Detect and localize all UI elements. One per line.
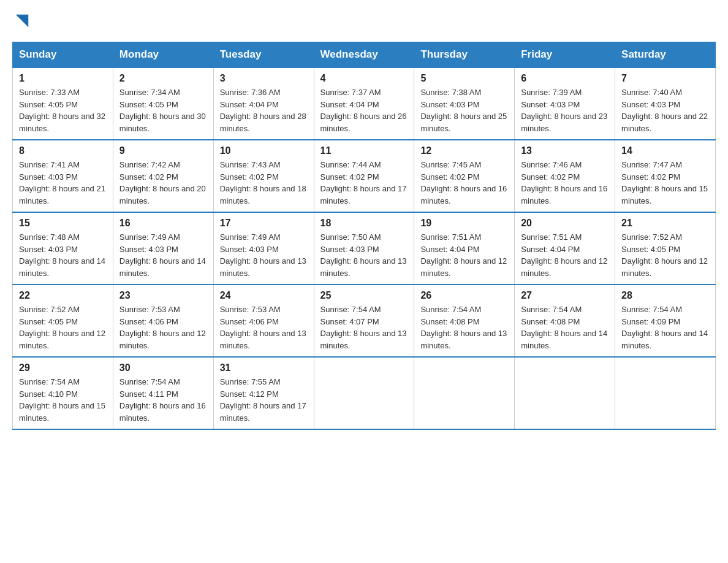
day-number: 3: [220, 73, 308, 84]
day-number: 6: [521, 73, 609, 84]
day-of-week-header: Thursday: [414, 42, 515, 68]
day-number: 22: [19, 290, 107, 301]
day-info: Sunrise: 7:53 AM Sunset: 4:06 PM Dayligh…: [220, 304, 308, 351]
day-info: Sunrise: 7:53 AM Sunset: 4:06 PM Dayligh…: [119, 304, 207, 351]
day-number: 16: [119, 218, 207, 229]
calendar-day-cell: [314, 357, 414, 429]
day-info: Sunrise: 7:54 AM Sunset: 4:11 PM Dayligh…: [119, 376, 207, 424]
calendar-day-cell: 29 Sunrise: 7:54 AM Sunset: 4:10 PM Dayl…: [13, 357, 113, 429]
day-number: 15: [19, 218, 107, 229]
day-info: Sunrise: 7:48 AM Sunset: 4:03 PM Dayligh…: [19, 231, 107, 279]
day-number: 10: [220, 145, 308, 156]
calendar-week-row: 22 Sunrise: 7:52 AM Sunset: 4:05 PM Dayl…: [13, 285, 716, 357]
day-number: 21: [621, 218, 709, 229]
day-info: Sunrise: 7:54 AM Sunset: 4:08 PM Dayligh…: [521, 304, 609, 351]
day-info: Sunrise: 7:50 AM Sunset: 4:03 PM Dayligh…: [320, 231, 408, 279]
day-info: Sunrise: 7:38 AM Sunset: 4:03 PM Dayligh…: [420, 86, 508, 134]
calendar-day-cell: 3 Sunrise: 7:36 AM Sunset: 4:04 PM Dayli…: [213, 67, 314, 140]
day-number: 25: [320, 290, 408, 301]
day-number: 12: [420, 145, 508, 156]
day-number: 17: [220, 218, 308, 229]
day-info: Sunrise: 7:41 AM Sunset: 4:03 PM Dayligh…: [19, 159, 107, 207]
day-of-week-header: Wednesday: [314, 42, 414, 68]
day-info: Sunrise: 7:39 AM Sunset: 4:03 PM Dayligh…: [521, 86, 609, 134]
day-number: 2: [119, 73, 207, 84]
calendar-day-cell: 23 Sunrise: 7:53 AM Sunset: 4:06 PM Dayl…: [113, 285, 213, 357]
calendar-day-cell: 13 Sunrise: 7:46 AM Sunset: 4:02 PM Dayl…: [515, 140, 615, 212]
day-number: 4: [320, 73, 408, 84]
calendar-table: SundayMondayTuesdayWednesdayThursdayFrid…: [12, 42, 716, 430]
calendar-day-cell: 6 Sunrise: 7:39 AM Sunset: 4:03 PM Dayli…: [515, 67, 615, 140]
day-number: 29: [19, 362, 107, 373]
calendar-day-cell: 31 Sunrise: 7:55 AM Sunset: 4:12 PM Dayl…: [213, 357, 314, 429]
calendar-day-cell: 7 Sunrise: 7:40 AM Sunset: 4:03 PM Dayli…: [615, 67, 716, 140]
day-number: 13: [521, 145, 609, 156]
calendar-week-row: 29 Sunrise: 7:54 AM Sunset: 4:10 PM Dayl…: [13, 357, 716, 429]
day-number: 7: [621, 73, 709, 84]
day-info: Sunrise: 7:45 AM Sunset: 4:02 PM Dayligh…: [420, 159, 508, 207]
day-of-week-header: Friday: [515, 42, 615, 68]
day-info: Sunrise: 7:49 AM Sunset: 4:03 PM Dayligh…: [220, 231, 308, 279]
calendar-day-cell: [414, 357, 515, 429]
day-number: 19: [420, 218, 508, 229]
calendar-day-cell: 17 Sunrise: 7:49 AM Sunset: 4:03 PM Dayl…: [213, 212, 314, 285]
calendar-week-row: 1 Sunrise: 7:33 AM Sunset: 4:05 PM Dayli…: [13, 67, 716, 140]
day-number: 8: [19, 145, 107, 156]
day-info: Sunrise: 7:40 AM Sunset: 4:03 PM Dayligh…: [621, 86, 709, 134]
calendar-day-cell: [615, 357, 716, 429]
calendar-day-cell: 14 Sunrise: 7:47 AM Sunset: 4:02 PM Dayl…: [615, 140, 716, 212]
calendar-day-cell: 8 Sunrise: 7:41 AM Sunset: 4:03 PM Dayli…: [13, 140, 113, 212]
day-info: Sunrise: 7:52 AM Sunset: 4:05 PM Dayligh…: [19, 304, 107, 351]
logo-triangle-icon: [13, 12, 31, 29]
day-info: Sunrise: 7:33 AM Sunset: 4:05 PM Dayligh…: [19, 86, 107, 134]
day-info: Sunrise: 7:54 AM Sunset: 4:08 PM Dayligh…: [420, 304, 508, 351]
day-info: Sunrise: 7:52 AM Sunset: 4:05 PM Dayligh…: [621, 231, 709, 279]
calendar-header-row: SundayMondayTuesdayWednesdayThursdayFrid…: [13, 42, 716, 68]
calendar-day-cell: 15 Sunrise: 7:48 AM Sunset: 4:03 PM Dayl…: [13, 212, 113, 285]
day-info: Sunrise: 7:42 AM Sunset: 4:02 PM Dayligh…: [119, 159, 207, 207]
day-number: 1: [19, 73, 107, 84]
day-info: Sunrise: 7:44 AM Sunset: 4:02 PM Dayligh…: [320, 159, 408, 207]
day-number: 30: [119, 362, 207, 373]
day-info: Sunrise: 7:54 AM Sunset: 4:10 PM Dayligh…: [19, 376, 107, 424]
day-info: Sunrise: 7:49 AM Sunset: 4:03 PM Dayligh…: [119, 231, 207, 279]
calendar-week-row: 15 Sunrise: 7:48 AM Sunset: 4:03 PM Dayl…: [13, 212, 716, 285]
day-number: 20: [521, 218, 609, 229]
calendar-day-cell: [515, 357, 615, 429]
calendar-day-cell: 4 Sunrise: 7:37 AM Sunset: 4:04 PM Dayli…: [314, 67, 414, 140]
svg-marker-0: [16, 15, 29, 28]
calendar-day-cell: 28 Sunrise: 7:54 AM Sunset: 4:09 PM Dayl…: [615, 285, 716, 357]
day-of-week-header: Saturday: [615, 42, 716, 68]
day-number: 28: [621, 290, 709, 301]
day-of-week-header: Sunday: [13, 42, 113, 68]
calendar-day-cell: 20 Sunrise: 7:51 AM Sunset: 4:04 PM Dayl…: [515, 212, 615, 285]
calendar-day-cell: 30 Sunrise: 7:54 AM Sunset: 4:11 PM Dayl…: [113, 357, 213, 429]
calendar-day-cell: 25 Sunrise: 7:54 AM Sunset: 4:07 PM Dayl…: [314, 285, 414, 357]
calendar-day-cell: 18 Sunrise: 7:50 AM Sunset: 4:03 PM Dayl…: [314, 212, 414, 285]
day-number: 18: [320, 218, 408, 229]
calendar-day-cell: 21 Sunrise: 7:52 AM Sunset: 4:05 PM Dayl…: [615, 212, 716, 285]
calendar-week-row: 8 Sunrise: 7:41 AM Sunset: 4:03 PM Dayli…: [13, 140, 716, 212]
calendar-day-cell: 9 Sunrise: 7:42 AM Sunset: 4:02 PM Dayli…: [113, 140, 213, 212]
day-number: 11: [320, 145, 408, 156]
day-info: Sunrise: 7:34 AM Sunset: 4:05 PM Dayligh…: [119, 86, 207, 134]
day-of-week-header: Tuesday: [213, 42, 314, 68]
logo: [12, 12, 31, 29]
calendar-day-cell: 12 Sunrise: 7:45 AM Sunset: 4:02 PM Dayl…: [414, 140, 515, 212]
calendar-day-cell: 22 Sunrise: 7:52 AM Sunset: 4:05 PM Dayl…: [13, 285, 113, 357]
day-info: Sunrise: 7:47 AM Sunset: 4:02 PM Dayligh…: [621, 159, 709, 207]
calendar-day-cell: 10 Sunrise: 7:43 AM Sunset: 4:02 PM Dayl…: [213, 140, 314, 212]
day-number: 5: [420, 73, 508, 84]
day-info: Sunrise: 7:51 AM Sunset: 4:04 PM Dayligh…: [521, 231, 609, 279]
day-info: Sunrise: 7:55 AM Sunset: 4:12 PM Dayligh…: [220, 376, 308, 424]
calendar-day-cell: 26 Sunrise: 7:54 AM Sunset: 4:08 PM Dayl…: [414, 285, 515, 357]
calendar-day-cell: 2 Sunrise: 7:34 AM Sunset: 4:05 PM Dayli…: [113, 67, 213, 140]
day-of-week-header: Monday: [113, 42, 213, 68]
page-header: [12, 12, 716, 29]
calendar-day-cell: 11 Sunrise: 7:44 AM Sunset: 4:02 PM Dayl…: [314, 140, 414, 212]
day-info: Sunrise: 7:54 AM Sunset: 4:07 PM Dayligh…: [320, 304, 408, 351]
calendar-day-cell: 19 Sunrise: 7:51 AM Sunset: 4:04 PM Dayl…: [414, 212, 515, 285]
calendar-day-cell: 5 Sunrise: 7:38 AM Sunset: 4:03 PM Dayli…: [414, 67, 515, 140]
calendar-day-cell: 24 Sunrise: 7:53 AM Sunset: 4:06 PM Dayl…: [213, 285, 314, 357]
day-number: 27: [521, 290, 609, 301]
